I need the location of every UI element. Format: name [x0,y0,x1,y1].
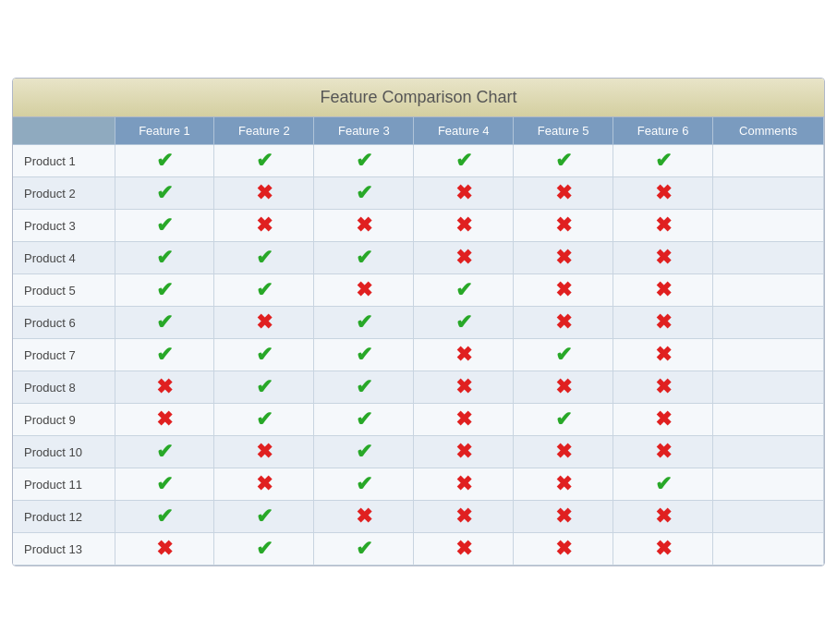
feature-cell [514,307,613,339]
cross-icon [655,278,672,301]
cross-icon [455,246,472,269]
feature-cell [214,307,314,339]
chart-title: Feature Comparison Chart [13,79,824,117]
feature-cell [214,436,314,468]
check-icon [256,537,273,560]
cross-icon [455,213,472,237]
cross-icon [256,181,273,204]
feature-cell [214,210,314,242]
feature-cell [613,501,713,533]
feature-cell [514,501,613,533]
feature3-col-header: Feature 3 [314,117,414,145]
cross-icon [256,472,273,495]
comment-cell [713,307,824,339]
feature-cell [314,371,414,404]
check-icon [356,537,372,560]
cross-icon [555,440,572,463]
feature-cell [613,177,713,210]
check-icon [356,472,372,495]
check-icon [356,181,372,204]
comment-cell [713,145,824,177]
feature-cell [613,533,713,565]
feature-cell [414,274,514,307]
cross-icon [555,278,572,301]
cross-icon [555,375,572,398]
comparison-table: Feature 1 Feature 2 Feature 3 Feature 4 … [13,117,824,565]
product-label: Product 5 [13,274,115,307]
check-icon [555,149,572,172]
feature-cell [115,404,214,436]
feature-cell [414,177,514,210]
header-row: Feature 1 Feature 2 Feature 3 Feature 4 … [13,117,824,145]
feature-cell [414,468,514,501]
feature-cell [414,145,514,177]
feature-cell [613,242,713,274]
cross-icon [256,440,273,463]
cross-icon [156,375,173,398]
feature-cell [613,468,713,501]
product-label: Product 6 [13,307,115,339]
feature1-col-header: Feature 1 [115,117,214,145]
table-row: Product 7 [13,339,824,371]
check-icon [156,504,173,528]
check-icon [356,310,372,334]
cross-icon [555,504,572,528]
feature-cell [414,404,514,436]
cross-icon [555,213,572,237]
feature-cell [613,307,713,339]
cross-icon [655,213,672,237]
feature-cell [514,404,613,436]
feature-cell [314,177,414,210]
check-icon [356,440,372,463]
comments-col-header: Comments [713,117,824,145]
cross-icon [655,343,672,366]
table-row: Product 4 [13,242,824,274]
chart-wrapper: Feature Comparison Chart Feature 1 Featu… [12,78,825,566]
product-col-header [13,117,115,145]
comment-cell [713,274,824,307]
product-label: Product 9 [13,404,115,436]
feature-cell [514,339,613,371]
feature-cell [514,177,613,210]
cross-icon [455,343,472,366]
cross-icon [655,246,672,269]
feature-cell [314,210,414,242]
product-label: Product 7 [13,339,115,371]
comment-cell [713,501,824,533]
feature-cell [214,274,314,307]
check-icon [156,181,173,204]
feature-cell [514,210,613,242]
check-icon [455,149,472,172]
feature-cell [314,436,414,468]
check-icon [455,310,472,334]
table-row: Product 9 [13,404,824,436]
check-icon [156,310,173,334]
feature-cell [115,307,214,339]
feature-cell [414,339,514,371]
feature-cell [214,404,314,436]
feature-cell [414,371,514,404]
check-icon [256,246,273,269]
cross-icon [555,181,572,204]
feature-cell [514,242,613,274]
feature-cell [115,339,214,371]
cross-icon [256,310,273,334]
cross-icon [356,504,372,528]
feature-cell [115,210,214,242]
cross-icon [455,407,472,431]
feature-cell [314,242,414,274]
check-icon [256,278,273,301]
cross-icon [455,472,472,495]
cross-icon [455,537,472,560]
feature-cell [514,371,613,404]
feature-cell [115,145,214,177]
cross-icon [156,407,173,431]
comment-cell [713,210,824,242]
feature-cell [314,533,414,565]
check-icon [356,375,372,398]
cross-icon [455,440,472,463]
cross-icon [655,375,672,398]
product-label: Product 11 [13,468,115,501]
comment-cell [713,339,824,371]
cross-icon [256,213,273,237]
